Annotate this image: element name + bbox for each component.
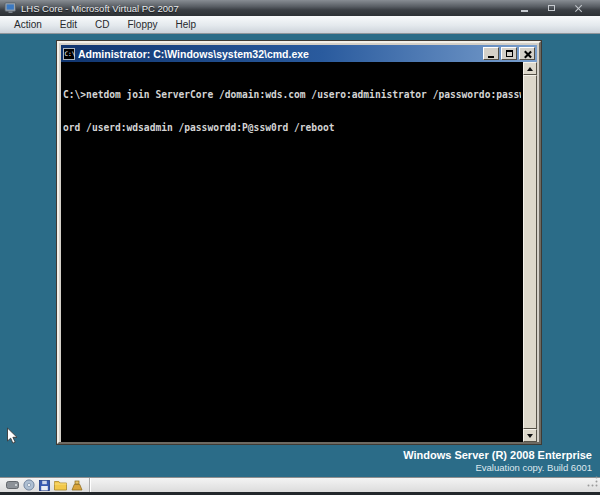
floppy-drive-icon[interactable] [39,480,50,491]
desktop-watermark: Windows Server (R) 2008 Enterprise Evalu… [403,449,592,473]
app-title-bar[interactable]: LHS Core - Microsoft Virtual PC 2007 [0,0,600,16]
console-output: C:\>netdom join ServerCore /domain:wds.c… [63,67,521,155]
watermark-build: Evaluation copy. Build 6001 [403,462,592,473]
cmd-close-button[interactable] [519,47,535,60]
console-area[interactable]: C:\>netdom join ServerCore /domain:wds.c… [61,62,537,442]
menu-floppy[interactable]: Floppy [118,19,166,30]
shared-folder-icon[interactable] [54,480,67,491]
scroll-down-icon[interactable] [523,429,537,442]
app-close-button[interactable] [566,2,590,14]
scroll-up-icon[interactable] [523,62,537,75]
cmd-prompt-icon: C:\ [63,48,75,60]
menu-help[interactable]: Help [167,19,206,30]
svg-text:C:\: C:\ [64,50,75,57]
cmd-maximize-button[interactable] [501,47,517,60]
cmd-title-bar[interactable]: C:\ Administrator: C:\Windows\system32\c… [61,45,537,62]
status-bar [0,477,600,492]
menu-edit[interactable]: Edit [51,19,86,30]
resize-grip-icon[interactable] [586,474,599,492]
app-minimize-button[interactable] [512,2,536,14]
scrollbar-thumb[interactable] [523,75,537,429]
watermark-edition: Windows Server (R) 2008 Enterprise [403,449,592,462]
network-adapter-icon[interactable] [71,480,83,491]
virtual-pc-app-icon [4,2,17,14]
console-line: ord /userd:wdsadmin /passwordd:P@ssw0rd … [63,122,521,133]
menu-cd[interactable]: CD [86,19,118,30]
console-line: C:\>netdom join ServerCore /domain:wds.c… [63,89,521,100]
cmd-window: C:\ Administrator: C:\Windows\system32\c… [57,41,541,444]
cd-drive-icon[interactable] [23,479,35,491]
menu-action[interactable]: Action [5,19,51,30]
app-title: LHS Core - Microsoft Virtual PC 2007 [21,3,179,14]
vm-display[interactable]: C:\ Administrator: C:\Windows\system32\c… [0,34,600,477]
cmd-minimize-button[interactable] [483,47,499,60]
hard-disk-icon[interactable] [6,480,19,490]
status-icon-panel [0,478,90,493]
mouse-cursor-icon [6,427,19,450]
menu-bar: Action Edit CD Floppy Help [0,16,600,34]
virtual-pc-window: LHS Core - Microsoft Virtual PC 2007 Act… [0,0,600,495]
console-scrollbar[interactable] [523,62,537,442]
app-maximize-button[interactable] [539,2,563,14]
cmd-window-title: Administrator: C:\Windows\system32\cmd.e… [78,48,481,60]
